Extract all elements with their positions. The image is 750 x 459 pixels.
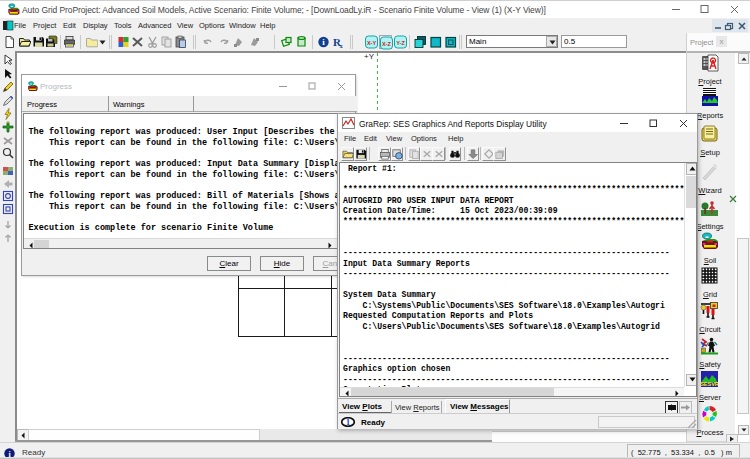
svg-text:1: 1 bbox=[346, 418, 350, 427]
svg-text:SESVR: SESVR bbox=[700, 381, 719, 387]
svg-text:X-Z: X-Z bbox=[382, 41, 392, 47]
svg-text:x: x bbox=[340, 42, 344, 49]
svg-text:Y-Z: Y-Z bbox=[396, 40, 405, 46]
svg-text:X-Y: X-Y bbox=[366, 40, 376, 46]
